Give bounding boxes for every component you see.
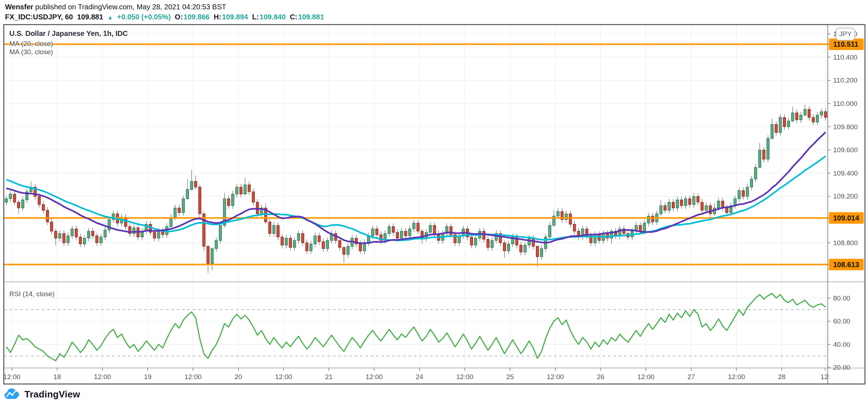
candle-body — [293, 241, 296, 247]
candle-body — [413, 223, 415, 229]
candle-body — [392, 227, 395, 232]
tradingview-logo-icon — [4, 388, 21, 400]
candle-body — [408, 229, 411, 236]
candle-body — [359, 244, 362, 251]
rsi-tick-label: 80.00 — [833, 294, 850, 302]
ma20-legend[interactable]: MA (20, close) — [9, 40, 53, 48]
candle-body — [322, 242, 325, 248]
price-tick-label: 110.200 — [833, 76, 857, 84]
chart-canvas[interactable]: 110.600110.400110.200110.000109.800109.6… — [0, 0, 868, 405]
rsi-legend[interactable]: RSI (14, close) — [9, 290, 55, 298]
candle-body — [643, 223, 646, 231]
candle-body — [71, 229, 73, 236]
time-tick-label: 12:00 — [728, 373, 745, 381]
candle-body — [738, 191, 740, 199]
candle-body — [483, 231, 485, 239]
candle-body — [302, 233, 304, 243]
candle-body — [310, 244, 312, 251]
candle-body — [104, 230, 106, 237]
candle-body — [450, 227, 452, 235]
candle-body — [726, 208, 728, 213]
candle-body — [5, 199, 8, 202]
candle-body — [808, 110, 810, 118]
price-tick-label: 109.400 — [833, 169, 858, 177]
candle-body — [326, 241, 329, 249]
time-tick-label: 25 — [506, 373, 514, 381]
candle-body — [198, 187, 201, 214]
price-tick-label: 110.400 — [833, 53, 857, 61]
ma30-legend[interactable]: MA (30, close) — [9, 48, 53, 56]
candle-body — [668, 202, 670, 210]
candle-body — [404, 231, 407, 236]
candle-body — [59, 233, 61, 238]
time-tick-label: 19 — [144, 373, 151, 381]
time-tick-label: 12:00 — [547, 373, 564, 381]
candle-body — [388, 227, 390, 233]
candle-body — [795, 113, 798, 120]
candle-body — [487, 239, 489, 248]
candle-body — [371, 229, 374, 236]
candle-body — [688, 199, 691, 204]
candle-body — [54, 231, 57, 238]
time-tick-label: 26 — [597, 373, 604, 381]
time-tick-label: 12:00 — [456, 373, 473, 381]
candle-body — [470, 237, 473, 245]
time-tick-label: 20 — [234, 373, 242, 381]
candle-body — [50, 222, 53, 231]
price-axis[interactable]: 110.600110.400110.200110.000109.800109.6… — [828, 30, 864, 372]
time-tick-label: 28 — [778, 373, 785, 381]
candle-body — [272, 225, 275, 234]
price-pane[interactable] — [4, 25, 828, 282]
candle-body — [174, 208, 176, 217]
candle-body — [767, 138, 769, 159]
time-tick-label: 12: — [821, 373, 830, 381]
candle-body — [816, 115, 819, 122]
candle-body — [252, 192, 254, 202]
candle-body — [672, 202, 675, 208]
time-tick-label: 12:00 — [94, 373, 111, 381]
candle-body — [67, 236, 69, 243]
candle-body — [227, 199, 230, 205]
candle-body — [13, 194, 16, 202]
candle-body — [639, 225, 642, 231]
candle-body — [507, 244, 510, 251]
time-tick-label: 18 — [53, 373, 61, 381]
candle-body — [240, 187, 242, 194]
candle-body — [83, 238, 86, 244]
candle-body — [758, 150, 761, 167]
candle-body — [79, 237, 82, 244]
candle-body — [520, 245, 522, 252]
candle-body — [153, 232, 156, 238]
candle-body — [680, 200, 683, 206]
candle-body — [400, 231, 403, 238]
chart-title: U.S. Dollar / Japanese Yen, 1h, IDC — [9, 29, 128, 38]
orange-level-badge-label: 108.613 — [833, 261, 859, 269]
candle-body — [285, 238, 288, 245]
candle-body — [804, 110, 806, 115]
candle-body — [297, 233, 300, 240]
candle-body — [536, 246, 539, 257]
currency-unit-badge[interactable]: JPY — [836, 28, 855, 41]
candle-body — [108, 220, 110, 230]
candle-body — [318, 236, 320, 242]
candle-body — [705, 206, 707, 210]
candle-body — [190, 181, 193, 190]
candle-body — [306, 243, 308, 251]
candle-body — [248, 185, 251, 192]
candle-body — [565, 214, 568, 219]
candle-body — [557, 211, 559, 216]
candle-body — [281, 237, 283, 245]
candle-body — [532, 238, 534, 246]
candle-body — [754, 167, 757, 179]
candle-body — [244, 185, 246, 194]
candle-body — [363, 243, 366, 251]
candle-body — [433, 225, 436, 234]
candle-body — [750, 179, 753, 187]
candle-body — [194, 181, 197, 187]
candle-body — [647, 216, 650, 223]
time-axis[interactable]: 12:001812:001912:002012:002112:002412:00… — [3, 368, 830, 381]
candle-body — [178, 208, 180, 213]
candle-body — [775, 125, 777, 133]
candle-body — [824, 112, 827, 117]
tradingview-footer[interactable]: TradingView — [4, 388, 80, 400]
